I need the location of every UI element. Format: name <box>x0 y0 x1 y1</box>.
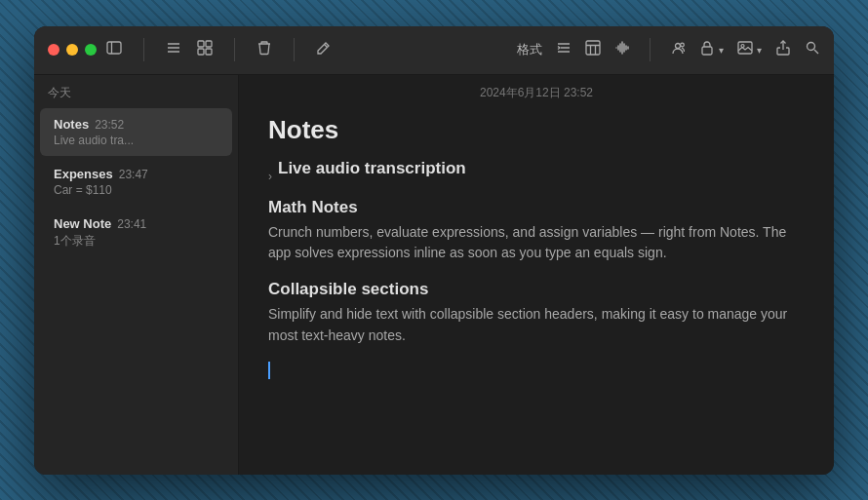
svg-point-25 <box>681 43 685 47</box>
text-cursor <box>268 362 270 379</box>
main-window: 格式 <box>34 26 834 475</box>
audio-waveform-icon[interactable] <box>614 40 630 59</box>
svg-point-30 <box>808 43 815 51</box>
main-area: 今天 Notes 23:52 Live audio tra... Expense… <box>34 75 834 475</box>
note-title-new-note: New Note 23:41 <box>54 216 218 231</box>
format-label[interactable]: 格式 <box>517 41 542 58</box>
content-area: 2024年6月12日 23:52 Notes › Live audio tran… <box>239 75 834 475</box>
lock-group[interactable]: ▾ <box>699 40 724 59</box>
math-notes-section: Math Notes Crunch numbers, evaluate expr… <box>268 198 805 264</box>
note-preview-notes: Live audio tra... <box>54 134 218 147</box>
collapsible-title: Collapsible sections <box>268 280 805 299</box>
svg-line-31 <box>814 50 818 54</box>
svg-rect-5 <box>198 41 204 47</box>
collapsible-section: Collapsible sections Simplify and hide t… <box>268 280 805 346</box>
sidebar-section-today: 今天 <box>34 75 238 107</box>
svg-rect-27 <box>738 42 752 54</box>
table-icon[interactable] <box>585 40 601 59</box>
note-preview-new-note: 1个录音 <box>54 233 218 250</box>
close-button[interactable] <box>48 44 59 56</box>
compose-icon[interactable] <box>316 40 332 59</box>
note-item-expenses[interactable]: Expenses 23:47 Car = $110 <box>40 158 232 206</box>
svg-rect-13 <box>586 41 600 55</box>
toolbar-right: 格式 <box>517 38 820 61</box>
lock-chevron-icon[interactable]: ▾ <box>719 45 724 56</box>
divider-2 <box>234 38 235 61</box>
divider-4 <box>650 38 651 61</box>
note-item-new-note[interactable]: New Note 23:41 1个录音 <box>40 208 232 258</box>
svg-rect-26 <box>702 47 712 55</box>
live-audio-section-header: › Live audio transcription <box>268 159 805 194</box>
image-chevron-icon[interactable]: ▾ <box>757 45 762 56</box>
traffic-lights <box>48 44 97 56</box>
note-main-title: Notes <box>268 115 805 145</box>
trash-icon[interactable] <box>256 40 272 59</box>
text-cursor-line <box>268 362 805 379</box>
image-group[interactable]: ▾ <box>737 40 762 59</box>
svg-point-28 <box>741 45 744 48</box>
note-item-notes[interactable]: Notes 23:52 Live audio tra... <box>40 108 232 156</box>
content-date-header: 2024年6月12日 23:52 <box>239 75 834 109</box>
image-icon[interactable] <box>737 40 753 59</box>
share-icon[interactable] <box>775 40 791 59</box>
list-indent-icon[interactable] <box>556 40 572 59</box>
divider-3 <box>294 38 295 61</box>
svg-rect-6 <box>206 41 212 47</box>
note-title-expenses: Expenses 23:47 <box>54 167 218 181</box>
collapsible-body: Simplify and hide text with collapsible … <box>268 304 805 346</box>
minimize-button[interactable] <box>66 44 78 56</box>
list-view-icon[interactable] <box>166 40 181 59</box>
titlebar: 格式 <box>34 26 834 75</box>
live-audio-title: Live audio transcription <box>278 159 466 178</box>
sidebar: 今天 Notes 23:52 Live audio tra... Expense… <box>34 75 239 475</box>
svg-rect-7 <box>198 49 204 55</box>
search-icon[interactable] <box>805 40 820 59</box>
content-body[interactable]: Notes › Live audio transcription Math No… <box>239 109 834 475</box>
sidebar-toggle-icon[interactable] <box>106 40 122 59</box>
toolbar-left <box>106 38 332 61</box>
svg-point-24 <box>676 44 681 49</box>
note-title-notes: Notes 23:52 <box>54 117 218 132</box>
lock-icon[interactable] <box>699 40 715 59</box>
note-preview-expenses: Car = $110 <box>54 183 218 197</box>
collapse-arrow-icon[interactable]: › <box>268 170 272 183</box>
svg-rect-8 <box>206 49 212 55</box>
math-notes-title: Math Notes <box>268 198 805 217</box>
collab-icon[interactable] <box>670 40 686 59</box>
svg-rect-0 <box>107 42 121 54</box>
fullscreen-button[interactable] <box>85 44 97 56</box>
math-notes-body: Crunch numbers, evaluate expressions, an… <box>268 222 805 264</box>
divider-1 <box>143 38 144 61</box>
grid-view-icon[interactable] <box>197 40 213 59</box>
